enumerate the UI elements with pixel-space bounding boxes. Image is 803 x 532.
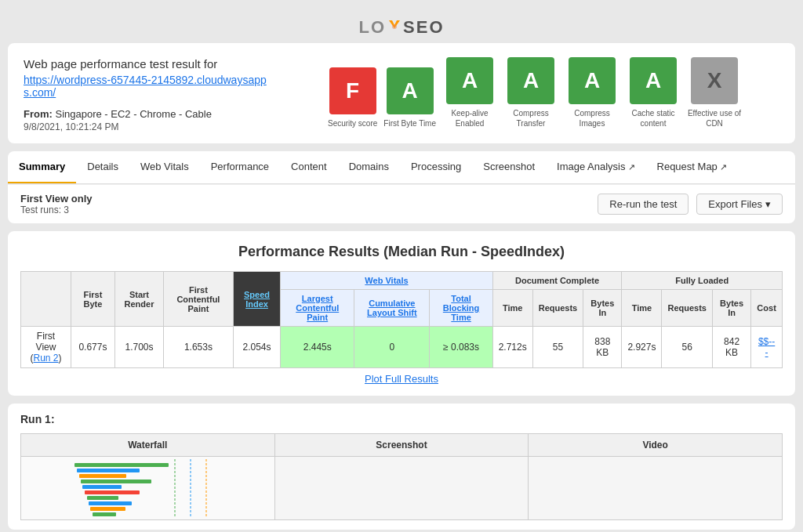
cell-start-render: 1.700s [114, 327, 163, 368]
external-link-icon: ↗ [625, 162, 634, 172]
tab-request-map[interactable]: Request Map ↗ [646, 151, 738, 184]
screenshot-thumb [275, 457, 529, 519]
rerun-button[interactable]: Re-run the test [598, 194, 689, 215]
th-fl-cost: Cost [751, 290, 783, 327]
score-item-4: ACompress Images [565, 57, 620, 128]
svg-rect-4 [81, 480, 151, 483]
logo-bar: LOSEO [8, 8, 795, 43]
web-vitals-link[interactable]: Web Vitals [365, 276, 408, 285]
cell-first-byte: 0.677s [71, 327, 115, 368]
chevron-down-icon: ▾ [765, 198, 771, 210]
results-table: First Byte Start Render First Contentful… [20, 271, 783, 368]
run-link[interactable]: Run 2 [33, 353, 58, 364]
tab-domains[interactable]: Domains [338, 151, 400, 184]
run-grid-header-screenshot: Screenshot [275, 434, 529, 456]
row-label: First View (Run 2) [21, 327, 71, 368]
waterfall-thumb [21, 457, 274, 519]
page-info: Web page performance test result for htt… [24, 57, 274, 132]
tbt-link[interactable]: Total Blocking Time [443, 294, 479, 322]
nav-tabs: SummaryDetailsWeb VitalsPerformanceConte… [8, 151, 795, 184]
score-label-4: Compress Images [565, 108, 620, 128]
plot-full-results-link[interactable]: Plot Full Results [365, 373, 438, 385]
results-card: Performance Results (Median Run - SpeedI… [8, 231, 795, 396]
th-fully-loaded: Fully Loaded [622, 272, 783, 290]
score-box-5: A [630, 57, 677, 104]
run-grid: WaterfallScreenshotVideo [20, 433, 783, 520]
th-doc-time: Time [492, 290, 532, 327]
cell-lcp: 2.445s [281, 327, 354, 368]
tab-image-analysis[interactable]: Image Analysis ↗ [546, 151, 646, 184]
tab-content[interactable]: Content [280, 151, 338, 184]
score-box-2: A [446, 57, 493, 104]
export-label: Export Files [708, 198, 762, 210]
test-url[interactable]: https://wordpress-657445-2145892.cloudwa… [24, 74, 267, 99]
th-first-byte: First Byte [71, 272, 115, 327]
run-grid-header-video: Video [529, 434, 782, 456]
external-link-icon: ↗ [718, 162, 727, 172]
cell-doc-time: 2.712s [492, 327, 532, 368]
svg-rect-6 [85, 490, 140, 494]
waterfall-chart [73, 459, 222, 518]
cell-doc-bytes: 838 KB [583, 327, 622, 368]
th-fl-time: Time [622, 290, 662, 327]
score-item-5: ACache static content [626, 57, 681, 128]
table-row: First View (Run 2)0.677s1.700s1.653s2.05… [21, 327, 783, 368]
from-info: From: Singapore - EC2 - Chrome - Cable [24, 108, 274, 120]
svg-point-0 [392, 24, 397, 29]
logo-lo: LO [358, 17, 386, 37]
score-label-3: Compress Transfer [503, 108, 558, 128]
cell-fl-cost: $$--- [751, 327, 783, 368]
controls-wrapper: First View only Test runs: 3 Re-run the … [8, 184, 795, 223]
cell-fl-time: 2.927s [622, 327, 662, 368]
cell-fcp: 1.653s [164, 327, 234, 368]
th-lcp: Largest Contentful Paint [281, 290, 354, 327]
tab-web-vitals[interactable]: Web Vitals [129, 151, 200, 184]
cls-link[interactable]: Cumulative Layout Shift [367, 299, 417, 317]
tab-summary[interactable]: Summary [8, 151, 76, 184]
score-boxes: FSecurity scoreAFirst Byte TimeAKeep-ali… [328, 57, 742, 128]
th-cls: Cumulative Layout Shift [354, 290, 430, 327]
svg-rect-3 [79, 474, 126, 478]
cell-tbt: ≥ 0.083s [430, 327, 492, 368]
run-section: Run 1: WaterfallScreenshotVideo [8, 404, 795, 530]
lcp-link[interactable]: Largest Contentful Paint [296, 294, 339, 322]
score-box-3: A [507, 57, 554, 104]
score-box-6: X [691, 57, 738, 104]
score-label-6: Effective use of CDN [687, 108, 742, 128]
th-fl-requests: Requests [662, 290, 713, 327]
controls-left: First View only Test runs: 3 [20, 193, 93, 215]
logo-seo: SEO [403, 17, 444, 37]
svg-rect-2 [77, 469, 140, 472]
svg-rect-7 [87, 496, 118, 500]
th-start-render: Start Render [114, 272, 163, 327]
cell-speed-index: 2.054s [233, 327, 281, 368]
from-label: From: [24, 108, 53, 120]
tab-details[interactable]: Details [76, 151, 129, 184]
view-label: First View only [20, 193, 93, 204]
tab-performance[interactable]: Performance [200, 151, 280, 184]
run-title: Run 1: [20, 413, 783, 425]
score-box-4: A [569, 57, 616, 104]
score-item-3: ACompress Transfer [503, 57, 558, 128]
score-box-1: A [387, 67, 434, 114]
cell-cls: 0 [354, 327, 430, 368]
results-title: Performance Results (Median Run - SpeedI… [20, 244, 783, 260]
th-web-vitals: Web Vitals [281, 272, 492, 290]
video-thumb [529, 457, 782, 519]
scores-area: FSecurity scoreAFirst Byte TimeAKeep-ali… [290, 57, 779, 128]
th-doc-complete: Document Complete [492, 272, 622, 290]
export-button[interactable]: Export Files ▾ [696, 194, 783, 215]
score-label-1: First Byte Time [383, 118, 436, 128]
tab-screenshot[interactable]: Screenshot [472, 151, 546, 184]
th-fl-bytes: Bytes In [713, 290, 751, 327]
speed-index-link[interactable]: Speed Index [244, 290, 270, 309]
logo: LOSEO [358, 17, 444, 37]
result-heading: Web page performance test result for [24, 57, 274, 71]
svg-rect-10 [93, 512, 116, 516]
test-datetime: 9/8/2021, 10:21:24 PM [24, 121, 274, 132]
controls-right: Re-run the test Export Files ▾ [598, 194, 783, 215]
score-item-6: XEffective use of CDN [687, 57, 742, 128]
tab-processing[interactable]: Processing [400, 151, 472, 184]
test-runs: Test runs: 3 [20, 204, 93, 215]
th-speed-index: Speed Index [233, 272, 281, 327]
